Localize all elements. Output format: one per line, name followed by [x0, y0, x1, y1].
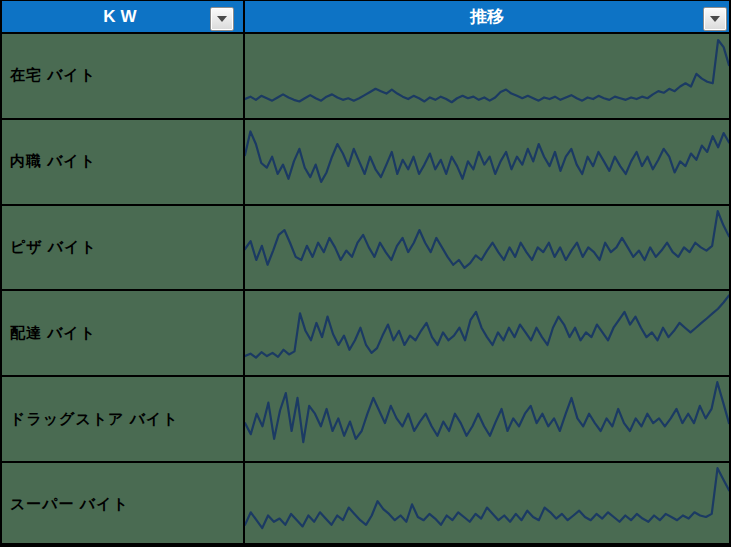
sparkline-cell[interactable]	[245, 377, 729, 461]
table-row: 在宅 バイト	[2, 34, 729, 120]
sparkline-chart	[245, 120, 729, 204]
keyword-cell[interactable]: スーパー バイト	[2, 463, 245, 547]
sparkline-path	[245, 382, 729, 442]
sparkline-chart	[245, 377, 729, 461]
sparkline-chart	[245, 463, 729, 547]
keyword-label: ドラッグストア バイト	[10, 410, 179, 429]
keyword-label: ピザ バイト	[10, 238, 97, 257]
table-header-row: KW 推移	[2, 1, 729, 34]
filter-arrow-icon	[710, 16, 720, 22]
kw-filter-dropdown-button[interactable]	[210, 7, 234, 31]
header-kw-label: KW	[103, 7, 141, 27]
table-row: スーパー バイト	[2, 463, 729, 547]
sparkline-path	[245, 296, 729, 358]
sparkline-chart	[245, 291, 729, 375]
keyword-label: スーパー バイト	[10, 495, 129, 514]
keyword-cell[interactable]: ピザ バイト	[2, 206, 245, 290]
keyword-cell[interactable]: ドラッグストア バイト	[2, 377, 245, 461]
table-row: 内職 バイト	[2, 120, 729, 206]
table-row: ピザ バイト	[2, 206, 729, 292]
sparkline-path	[245, 211, 729, 268]
keyword-cell[interactable]: 配達 バイト	[2, 291, 245, 375]
keyword-cell[interactable]: 内職 バイト	[2, 120, 245, 204]
header-cell-kw: KW	[2, 1, 245, 32]
table-body: 在宅 バイト 内職 バイト ピザ バイト	[2, 34, 729, 547]
keyword-label: 配達 バイト	[10, 324, 96, 343]
table-row: 配達 バイト	[2, 291, 729, 377]
keyword-cell[interactable]: 在宅 バイト	[2, 34, 245, 118]
header-trend-label: 推移	[470, 5, 504, 28]
filter-arrow-icon	[217, 16, 227, 22]
sparkline-chart	[245, 34, 729, 118]
sparkline-cell[interactable]	[245, 206, 729, 290]
sparkline-chart	[245, 206, 729, 290]
header-cell-trend: 推移	[245, 1, 729, 32]
keyword-trend-table: KW 推移 在宅 バイト 内職 バイト	[0, 0, 731, 547]
sparkline-path	[245, 131, 729, 181]
keyword-label: 在宅 バイト	[10, 66, 96, 85]
sparkline-path	[245, 468, 729, 528]
table-row: ドラッグストア バイト	[2, 377, 729, 463]
sparkline-cell[interactable]	[245, 291, 729, 375]
sparkline-path	[245, 40, 729, 102]
sparkline-cell[interactable]	[245, 34, 729, 118]
keyword-label: 内職 バイト	[10, 152, 96, 171]
sparkline-cell[interactable]	[245, 463, 729, 547]
sparkline-cell[interactable]	[245, 120, 729, 204]
trend-filter-dropdown-button[interactable]	[703, 7, 727, 31]
